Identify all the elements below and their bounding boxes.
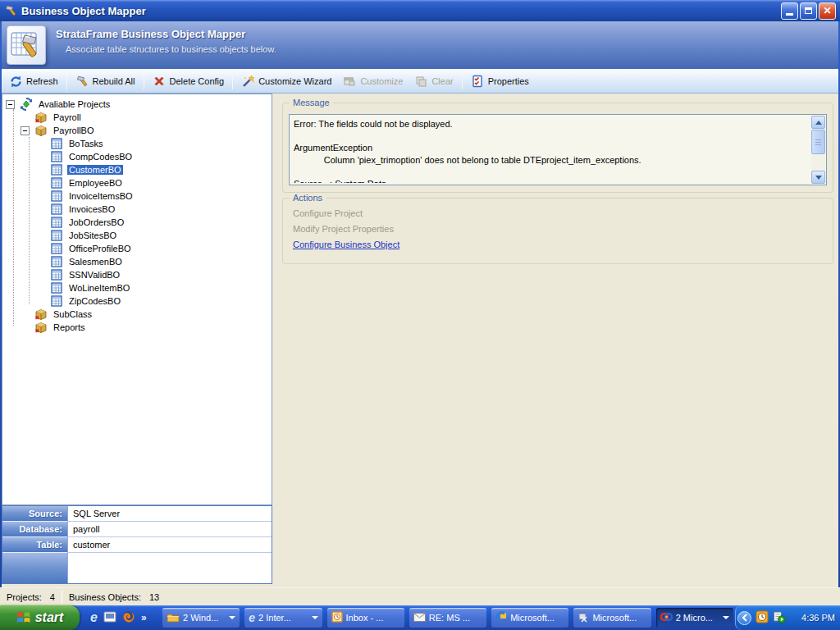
tree-item-subclass[interactable]: SubClass (2, 308, 272, 321)
rebuild-all-button[interactable]: Rebuild All (70, 71, 141, 91)
tree-item-officeprofilebo[interactable]: OfficeProfileBO (2, 242, 272, 255)
project-tree-panel[interactable]: Avaliable Projects Payroll (2, 94, 272, 505)
projects-root-icon (20, 98, 33, 111)
ms-tool-icon (578, 611, 589, 624)
properties-button[interactable]: Properties (465, 71, 535, 91)
tree-item-label[interactable]: SSNValidBO (67, 270, 121, 280)
tray-clock-app-icon[interactable] (756, 610, 769, 625)
tree-item-jobsitesbo[interactable]: JobSitesBO (2, 229, 272, 242)
collapse-icon[interactable] (21, 126, 30, 135)
customize-icon (343, 75, 356, 88)
folder-icon (167, 612, 180, 624)
tree-item-label[interactable]: OfficeProfileBO (67, 244, 133, 253)
refresh-button[interactable]: Refresh (3, 71, 64, 91)
tree-guide-line (29, 137, 30, 304)
tree-item-label[interactable]: Reports (52, 322, 87, 332)
table-icon (50, 268, 63, 281)
clear-label: Clear (431, 76, 453, 86)
tree-item-label[interactable]: InvoiceItemsBO (67, 191, 135, 201)
message-scrollbar[interactable] (811, 116, 825, 184)
actions-groupbox-title: Actions (290, 193, 326, 203)
task-button-microsoft-1[interactable]: Microsoft... (491, 608, 568, 628)
task-button-inbox[interactable]: Inbox - ... (327, 608, 404, 628)
configure-business-object-link[interactable]: Configure Business Object (293, 240, 833, 250)
table-icon (50, 242, 63, 255)
tree-item-invoicesbo[interactable]: InvoicesBO (2, 203, 272, 216)
tree-item-reports[interactable]: Reports (2, 321, 272, 334)
show-desktop-icon[interactable] (103, 611, 116, 624)
project-unconfigured-icon (34, 111, 48, 124)
tree-item-label[interactable]: PayrollBO (52, 126, 96, 135)
message-textbox[interactable]: Error: The fields could not be displayed… (289, 114, 827, 185)
minimize-button[interactable] (781, 2, 798, 20)
message-groupbox-title: Message (290, 98, 333, 107)
task-button-windows-explorer[interactable]: 2 Wind... (162, 608, 240, 628)
table-label: Table: (2, 537, 67, 553)
tree-item-label[interactable]: CompCodesBO (67, 152, 134, 162)
tree-item-invoiceitemsbo[interactable]: InvoiceItemsBO (2, 189, 272, 203)
app-hammer-icon (4, 4, 17, 17)
customize-button[interactable]: Customize (337, 71, 409, 91)
start-button[interactable]: start (0, 605, 80, 630)
titlebar: Business Object Mapper ✕ (0, 0, 840, 21)
info-row-empty (2, 553, 272, 583)
task-button-visual-studio[interactable]: 2 Micro... (656, 608, 733, 628)
tree-item-label[interactable]: EmployeeBO (67, 178, 124, 188)
tree-item-label[interactable]: JobOrdersBO (67, 217, 126, 227)
refresh-label: Refresh (26, 76, 58, 86)
task-button-internet-explorer[interactable]: e 2 Inter... (244, 608, 322, 628)
tree-item-label[interactable]: Avaliable Projects (37, 99, 112, 109)
system-tray: 4:36 PM (735, 605, 840, 630)
tree-item-wolineitembo[interactable]: WoLineItemBO (2, 281, 272, 294)
table-icon (50, 229, 63, 242)
tree-item-payrollbo[interactable]: PayrollBO (2, 124, 272, 137)
tree-item-label[interactable]: InvoicesBO (67, 204, 116, 214)
tree-item-ssnvalidbo[interactable]: SSNValidBO (2, 268, 272, 281)
tree-item-label[interactable]: Payroll (52, 112, 83, 122)
task-button-email[interactable]: RE: MS ... (409, 608, 486, 628)
banner-title: StrataFrame Business Object Mapper (56, 28, 245, 40)
tree-item-salesmenbo[interactable]: SalesmenBO (2, 255, 272, 268)
actions-groupbox: Actions Configure Project Modify Project… (282, 198, 833, 264)
task-button-microsoft-2[interactable]: Microsoft... (573, 608, 651, 628)
quick-launch-overflow-chevron[interactable]: » (141, 612, 147, 623)
firefox-icon[interactable] (122, 610, 135, 625)
tree-item-payroll[interactable]: Payroll (2, 111, 272, 124)
tree-item-employeebo[interactable]: EmployeeBO (2, 176, 272, 189)
database-label: Database: (2, 522, 67, 537)
delete-config-button[interactable]: Delete Config (147, 71, 231, 91)
error-message-text: Error: The fields could not be displayed… (294, 118, 806, 183)
collapse-icon[interactable] (6, 100, 15, 109)
tree-item-jobordersbo[interactable]: JobOrdersBO (2, 216, 272, 229)
tree-item-label[interactable]: WoLineItemBO (67, 283, 131, 293)
tree-item-compcodesbo[interactable]: CompCodesBO (2, 150, 272, 163)
properties-label: Properties (488, 76, 529, 86)
clock[interactable]: 4:36 PM (801, 613, 835, 623)
tree-item-customerbo-selected[interactable]: CustomerBO (2, 163, 272, 176)
scroll-down-button[interactable] (811, 171, 825, 184)
tree-item-label[interactable]: SalesmenBO (67, 257, 124, 267)
tree-item-label[interactable]: CustomerBO (67, 165, 123, 175)
scrollbar-thumb[interactable] (811, 130, 825, 154)
clear-button[interactable]: Clear (409, 71, 459, 91)
tree-item-label[interactable]: BoTasks (67, 139, 105, 148)
magic-wand-icon (241, 75, 254, 88)
tree-item-botasks[interactable]: BoTasks (2, 137, 272, 150)
tree-item-label[interactable]: SubClass (52, 309, 94, 319)
tree-item-avaliable-projects[interactable]: Avaliable Projects (2, 98, 272, 111)
tree-item-label[interactable]: JobSitesBO (67, 231, 118, 240)
customize-wizard-button[interactable]: Customize Wizard (235, 71, 337, 91)
info-row-source: Source: SQL Server (2, 506, 272, 522)
table-hammer-icon (7, 25, 46, 65)
tray-sync-app-icon[interactable] (773, 610, 786, 625)
close-button[interactable]: ✕ (819, 2, 836, 20)
tree-item-label[interactable]: ZipCodesBO (67, 296, 122, 306)
hide-tray-icons-button[interactable] (737, 611, 751, 625)
scroll-up-button[interactable] (811, 116, 825, 129)
restore-button[interactable] (800, 2, 817, 20)
tree-item-zipcodesbo[interactable]: ZipCodesBO (2, 294, 272, 308)
configure-project-action: Configure Project (293, 208, 833, 219)
internet-explorer-icon: e (249, 611, 255, 624)
internet-explorer-icon[interactable]: e (90, 610, 98, 625)
status-bar: Projects: 4 Business Objects: 13 (0, 587, 840, 605)
